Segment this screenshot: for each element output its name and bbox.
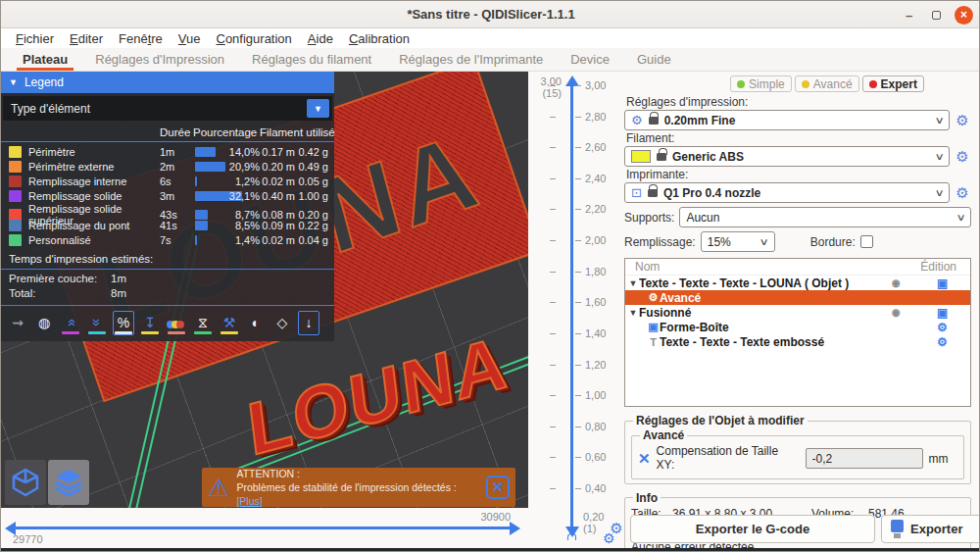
filament-color-swatch [631,150,651,163]
chevrons-up-icon[interactable]: » [60,311,81,335]
expander-icon[interactable]: ▼ [627,278,639,288]
expander-icon[interactable]: ▼ [627,308,639,318]
dropdown-button[interactable]: ▼ [307,99,329,118]
printer-combo[interactable]: ⊡ Q1 Pro 0.4 nozzle ∨ [624,182,950,203]
warning-close-button[interactable]: ✕ [486,476,510,499]
supports-combo[interactable]: Aucun ∨ [679,207,971,227]
tab-r-glages-d-impression[interactable]: Réglages d'Impression [83,48,236,71]
eye-icon[interactable]: ◉ [892,307,901,318]
center-of-gravity-icon[interactable]: ◐ [245,311,267,335]
percent-bar [195,176,197,186]
slider-right-handle[interactable] [510,522,520,535]
feature-color-swatch [9,190,22,202]
percent-icon[interactable]: % [113,311,134,335]
gear-icon[interactable]: ⚙ [937,322,948,333]
menu-vue[interactable]: Vue [172,30,208,47]
print-settings-label: Réglages d'impression: [626,95,971,109]
eye-icon[interactable]: ◉ [892,277,901,288]
feature-label: Périmètre externe [28,161,160,173]
xy-compensation-label: Compensation de Taille XY: [657,445,800,473]
filament-combo[interactable]: Generic ABS ∨ [624,146,950,167]
remove-parameter-icon[interactable]: ✕ [638,450,651,468]
xy-compensation-row: ✕ Compensation de Taille XY: mm [638,445,957,473]
menu-fentre[interactable]: Fenêtre [112,30,170,47]
tab-plateau[interactable]: Plateau [11,48,79,71]
print-settings-combo[interactable]: ⚙ 0.20mm Fine ∨ [624,110,950,130]
part-icon: ▣ [647,321,660,333]
tab-r-glages-de-l-imprimante[interactable]: Réglages de l'Imprimante [387,48,555,71]
feature-percent: 8,5% [235,220,260,231]
retractions-icon[interactable]: ↧ [139,311,161,335]
3d-viewport[interactable]: LOUNA LOUNA ▼ Legend Type d'élément ▼ Du… [1,72,528,508]
object-row-fusionne[interactable]: ▼ Fusionné ◉ ▣ [625,305,970,320]
infill-combo[interactable]: 15% ∨ [701,231,775,252]
print-settings-gear-button[interactable]: ⚙ [954,113,971,127]
feature-length: 0.17 m [260,146,295,158]
mode-avanc[interactable]: Avancé [795,75,859,92]
menu-fichier[interactable]: Fichier [9,30,61,47]
settings-panel: SimpleAvancéExpert Réglages d'impression… [620,72,980,548]
object-row-settings-selected[interactable]: ⚙ Avancé [625,290,970,305]
chevron-down-icon: ∨ [934,115,944,125]
estimated-time-icon[interactable]: ⧖ [192,311,214,335]
gear-icon[interactable]: ⚙ [937,336,948,348]
legend-row: Personnalisé 7s 1,4% 0.02 m 0.04 g [1,232,334,247]
slider-tick: 2,40 [550,173,620,184]
edit-layers-icon[interactable]: ▣ [937,277,948,289]
feature-percent: 32,1% [229,190,260,202]
edit-layers-icon[interactable]: ▣ [937,307,948,319]
slider-tick: 0,60 [550,451,620,463]
object-row-texte-embosse[interactable]: T Texte - Texte - Texte embossé ⚙ [625,334,970,349]
mode-expert[interactable]: Expert [862,75,924,92]
legend-header[interactable]: ▼ Legend [1,72,334,93]
export-to-device-button[interactable]: Exporter [881,515,980,543]
export-gcode-button[interactable]: Exporter le G-code [630,515,875,543]
export-settings-gear-button[interactable]: ⚙ [609,520,624,537]
legend-toolbar: ⇝◍»»%↧⧖⚒◐◇↓ [1,306,334,341]
mode-simple[interactable]: Simple [730,75,792,92]
minimize-button[interactable]: – [900,6,918,25]
maximize-button[interactable] [927,6,946,25]
brim-checkbox[interactable] [860,235,873,248]
feature-mass: 0.05 g [295,176,328,187]
estimate-label: Première couche: [9,273,111,284]
view-type-select[interactable]: Type d'élément ▼ [3,96,332,121]
mode-dot-icon [869,80,877,88]
tab-device[interactable]: Device [559,48,621,71]
menu-aide[interactable]: Aide [301,30,340,47]
view-type-label: Type d'élément [11,102,90,116]
cube-icon [12,468,39,497]
3d-view-button[interactable] [5,460,46,505]
shells-icon[interactable]: ◇ [271,311,293,335]
colorprint-icon[interactable] [166,311,187,335]
legend-row: Remplissage solide supérieur 43s 8,7% 0.… [1,203,334,218]
tab-guide[interactable]: Guide [625,48,683,71]
menu-configuration[interactable]: Configuration [210,30,299,47]
printer-icon: ⊡ [631,186,642,199]
close-button[interactable]: × [955,6,973,25]
arrow-down-icon[interactable]: ↓ [298,311,319,335]
column-filament: Filament utilisé [260,126,328,138]
object-row-louna[interactable]: ▼ Texte - Texte - Texte - LOUNA ( Objet … [625,276,970,290]
slider-min-label: 29770 [13,533,43,545]
menu-calibration[interactable]: Calibration [342,30,416,47]
warning-more-link[interactable]: [Plus] [236,495,262,507]
settings-row-label: Avancé [660,291,964,305]
object-row-forme-boite[interactable]: ▣ Forme-Boîte ⚙ [625,320,970,334]
moves-slider-row: 30900 29770 [1,508,528,548]
infill-value: 15% [708,235,756,249]
wipe-icon[interactable]: ◍ [33,311,55,335]
menu-editer[interactable]: Editer [63,30,110,47]
xy-compensation-input[interactable] [806,448,923,469]
tool-edit-icon[interactable]: ⚒ [219,311,240,335]
window-bottom-edge [1,548,980,552]
moves-slider-track[interactable] [15,527,511,529]
filament-gear-button[interactable]: ⚙ [954,149,971,164]
legend-row: Remplissage du pont 41s 8,5% 0.09 m 0.22… [1,218,334,232]
travel-moves-icon[interactable]: ⇝ [7,311,28,335]
slider-tick: 2,60 [550,141,620,153]
chevrons-down-icon[interactable]: » [86,311,108,335]
layers-view-button[interactable] [48,460,89,505]
tab-r-glages-du-filament[interactable]: Réglages du filament [240,48,383,71]
printer-gear-button[interactable]: ⚙ [954,185,971,200]
